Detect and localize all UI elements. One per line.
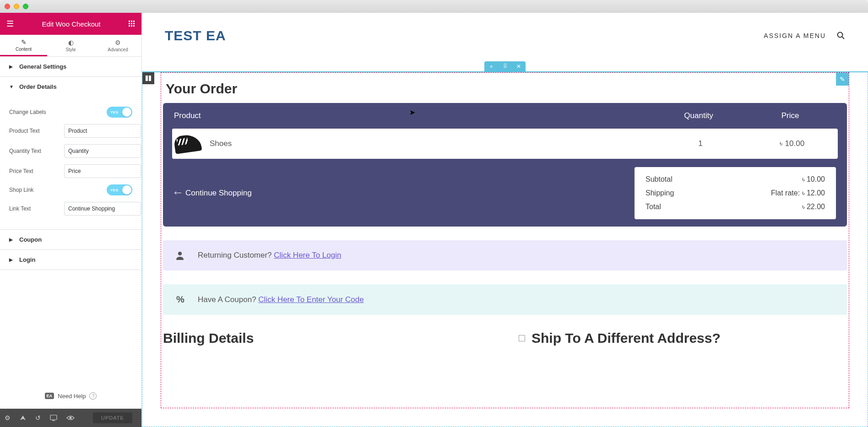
column-handle[interactable] xyxy=(142,72,154,84)
svg-rect-9 xyxy=(50,415,57,420)
shop-link-toggle[interactable]: YES xyxy=(107,184,132,195)
section-label: Coupon xyxy=(19,236,42,243)
section-handles: ＋ ⠿ ✕ xyxy=(484,61,526,71)
gear-icon: ⚙ xyxy=(115,39,121,46)
section-general-settings[interactable]: ▶ General Settings xyxy=(0,57,141,76)
link-text-input[interactable] xyxy=(64,202,141,216)
editor-header: ☰ Edit Woo Checkout xyxy=(0,13,141,35)
svg-line-13 xyxy=(842,37,845,39)
shoe-image xyxy=(174,133,202,154)
need-help[interactable]: EA Need Help ? xyxy=(0,383,141,409)
edit-widget-button[interactable]: ✎ xyxy=(836,73,849,86)
shop-link-label: Shop Link xyxy=(9,187,64,193)
quantity-text-input[interactable] xyxy=(64,144,141,158)
change-labels-label: Change Labels xyxy=(9,109,64,115)
login-link[interactable]: Click Here To Login xyxy=(274,251,341,259)
caret-right-icon: ▶ xyxy=(9,257,14,262)
update-button[interactable]: UPDATE xyxy=(93,412,132,423)
help-icon: ? xyxy=(89,392,97,400)
order-item-row: Shoes 1 ৳ 10.00 xyxy=(172,129,838,159)
continue-shopping-link[interactable]: 🡐 Continue Shopping xyxy=(174,167,252,219)
toggle-state: YES xyxy=(107,188,119,192)
svg-rect-5 xyxy=(133,23,135,24)
tab-content[interactable]: ✎ Content xyxy=(0,35,47,56)
window-minimize-button[interactable] xyxy=(14,4,19,9)
product-name: Shoes xyxy=(203,139,655,148)
editor-section[interactable]: ✎ Your Order Product Quantity Price Shoe… xyxy=(142,71,868,427)
tab-style[interactable]: ◐ Style xyxy=(47,35,94,56)
history-icon[interactable]: ↺ xyxy=(35,414,41,422)
toggle-knob xyxy=(122,185,131,195)
section-label: Order Details xyxy=(19,83,57,90)
caret-down-icon: ▼ xyxy=(9,84,14,89)
price-text-input[interactable] xyxy=(64,164,141,178)
search-icon[interactable] xyxy=(837,32,845,40)
section-login[interactable]: ▶ Login xyxy=(0,250,141,270)
apps-grid-icon[interactable] xyxy=(129,21,135,27)
svg-point-12 xyxy=(838,32,843,38)
window-close-button[interactable] xyxy=(5,4,10,9)
ship-different-checkbox[interactable] xyxy=(519,335,525,341)
col-header-price: Price xyxy=(744,111,836,120)
pencil-icon: ✎ xyxy=(21,38,27,46)
editor-bottom-bar: ⚙ ↺ UPDATE ▴ xyxy=(0,409,141,427)
editor-column[interactable]: ✎ Your Order Product Quantity Price Shoe… xyxy=(161,72,849,408)
login-notice-text: Returning Customer? xyxy=(198,251,274,259)
coupon-notice-text: Have A Coupon? xyxy=(198,295,258,304)
svg-rect-15 xyxy=(149,76,151,81)
site-header: TEST EA ASSIGN A MENU xyxy=(142,13,868,59)
caret-right-icon: ▶ xyxy=(9,64,14,69)
delete-section-button[interactable]: ✕ xyxy=(512,61,526,71)
navigator-icon[interactable] xyxy=(20,415,26,421)
preview-icon[interactable] xyxy=(66,415,75,421)
editor-tabs: ✎ Content ◐ Style ⚙ Advanced xyxy=(0,35,141,57)
totals-box: Subtotal ৳ 10.00 Shipping Flat rate: ৳ 1… xyxy=(635,167,836,219)
col-header-product: Product xyxy=(174,111,653,120)
update-label: UPDATE xyxy=(101,415,124,421)
total-label: Total xyxy=(646,203,661,211)
assign-menu-link[interactable]: ASSIGN A MENU xyxy=(764,32,826,39)
subtotal-value: ৳ 10.00 xyxy=(802,175,825,184)
section-coupon[interactable]: ▶ Coupon xyxy=(0,230,141,249)
drag-section-handle[interactable]: ⠿ xyxy=(498,61,512,71)
svg-rect-7 xyxy=(131,25,132,27)
svg-rect-0 xyxy=(129,21,130,22)
responsive-icon[interactable] xyxy=(50,415,57,421)
tab-label: Content xyxy=(16,47,32,52)
preview-canvas: TEST EA ASSIGN A MENU ＋ ⠿ ✕ ✎ Your Order xyxy=(142,13,868,427)
your-order-heading: Your Order xyxy=(166,81,847,97)
tab-advanced[interactable]: ⚙ Advanced xyxy=(94,35,141,56)
section-order-details[interactable]: ▼ Order Details xyxy=(0,77,141,97)
product-price: ৳ 10.00 xyxy=(746,139,838,148)
settings-icon[interactable]: ⚙ xyxy=(5,414,11,422)
shipping-value: Flat rate: ৳ 12.00 xyxy=(771,189,825,197)
svg-rect-3 xyxy=(129,23,130,24)
svg-rect-10 xyxy=(52,420,55,421)
toggle-state: YES xyxy=(107,110,119,114)
svg-point-11 xyxy=(70,417,72,419)
change-labels-toggle[interactable]: YES xyxy=(107,107,132,118)
arrow-left-icon: 🡐 xyxy=(174,189,182,198)
editor-title: Edit Woo Checkout xyxy=(42,20,100,28)
continue-shopping-label: Continue Shopping xyxy=(185,189,252,198)
coupon-link[interactable]: Click Here To Enter Your Code xyxy=(258,295,363,304)
caret-right-icon: ▶ xyxy=(9,237,14,242)
section-label: General Settings xyxy=(19,63,66,70)
add-section-button[interactable]: ＋ xyxy=(484,61,498,71)
product-text-input[interactable] xyxy=(64,124,141,138)
order-table: Product Quantity Price Shoes 1 ৳ 10.00 🡐 xyxy=(163,103,847,227)
tab-label: Style xyxy=(65,47,76,52)
total-value: ৳ 22.00 xyxy=(802,203,825,211)
ea-badge-icon: EA xyxy=(45,393,54,399)
contrast-icon: ◐ xyxy=(68,39,74,46)
svg-rect-6 xyxy=(129,25,130,27)
user-icon xyxy=(175,250,186,260)
price-text-label: Price Text xyxy=(9,168,64,174)
hamburger-icon[interactable]: ☰ xyxy=(6,19,14,29)
editor-sidebar: ☰ Edit Woo Checkout ✎ Content ◐ Style ⚙ … xyxy=(0,13,142,427)
window-zoom-button[interactable] xyxy=(23,4,28,9)
svg-point-16 xyxy=(178,252,182,255)
quantity-text-label: Quantity Text xyxy=(9,148,64,154)
ship-different-heading: Ship To A Different Address? xyxy=(532,330,721,346)
login-notice: Returning Customer? Click Here To Login xyxy=(163,240,847,270)
